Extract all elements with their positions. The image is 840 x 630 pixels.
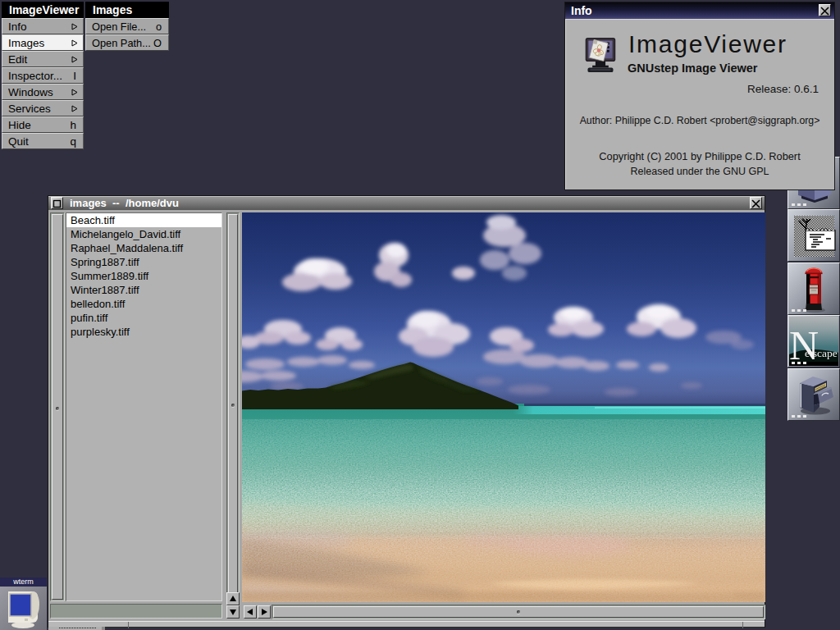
svg-text:N: N [789, 322, 819, 367]
svg-text:etscape: etscape [805, 347, 838, 359]
